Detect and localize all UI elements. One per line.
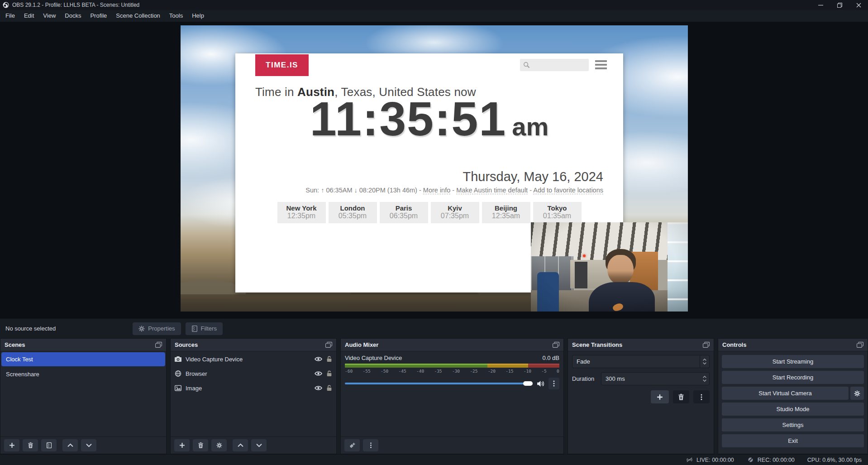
timeis-search-box [520,59,589,71]
eye-visible-icon[interactable] [315,385,322,391]
dots-vertical-icon [698,394,705,400]
duration-value: 300 ms [601,375,700,382]
scene-item-screenshare[interactable]: Screenshare [1,367,165,381]
close-button[interactable] [849,0,868,10]
chevron-down-icon [256,442,262,448]
remove-source-button[interactable] [193,439,208,451]
menu-edit[interactable]: Edit [19,10,38,22]
minimize-button[interactable] [811,0,830,10]
properties-button[interactable]: Properties [133,322,181,335]
more-info-link: More info [423,187,450,194]
preview-canvas[interactable]: TIME.IS Time in Austin, Texas, United St… [181,25,688,312]
chevron-down-icon [703,362,706,364]
menu-scene-collection[interactable]: Scene Collection [111,10,165,22]
rec-status: REC: 00:00:00 [747,457,795,463]
source-row-browser[interactable]: Browser [171,367,336,380]
transition-select-arrows[interactable] [700,355,709,368]
start-virtual-camera-button[interactable]: Start Virtual Camera [722,387,849,400]
scene-filters-button[interactable] [41,439,57,451]
lock-icon[interactable] [326,385,332,391]
plus-icon [657,394,663,400]
add-source-button[interactable] [174,439,190,451]
mixer-menu-button[interactable] [363,439,378,451]
exit-button[interactable]: Exit [722,434,864,447]
dock-float-icon [857,342,863,348]
menu-help[interactable]: Help [187,10,209,22]
city-box: London05:35pm [329,202,377,223]
advanced-audio-button[interactable] [344,439,360,451]
chevron-up-icon [67,442,73,448]
dock-float-icon [155,342,162,348]
filters-button[interactable]: Filters [186,322,223,335]
eye-visible-icon[interactable] [315,356,322,362]
add-favorite-link: Add to favorite locations [533,187,603,194]
dots-vertical-icon [368,442,374,448]
menu-tools[interactable]: Tools [165,10,187,22]
sources-panel-header[interactable]: Sources [171,339,336,351]
audio-mixer-title: Audio Mixer [345,341,553,348]
source-row-video-capture[interactable]: Video Capture Device [171,352,336,366]
eye-visible-icon[interactable] [315,370,322,377]
transition-select[interactable]: Fade [572,355,710,368]
city-box: Paris06:35pm [380,202,428,223]
remove-transition-button[interactable] [673,390,689,403]
world-cities-row: New York12:35pm London05:35pm Paris06:35… [235,202,623,223]
obs-window: OBS 29.1.2 - Profile: LLHLS BETA - Scene… [0,0,868,465]
maximize-button[interactable] [830,0,849,10]
preview-area: TIME.IS Time in Austin, Texas, United St… [0,22,868,318]
dock-float-icon [553,342,559,348]
scenes-list: Clock Test Screenshare [0,351,166,436]
dock-panels: Scenes Clock Test Screenshare Sources [0,338,868,454]
start-streaming-button[interactable]: Start Streaming [722,355,864,368]
mixer-channel-menu-button[interactable] [548,378,559,389]
source-properties-button[interactable] [211,439,227,451]
scenes-panel-header[interactable]: Scenes [0,339,166,351]
sources-panel: Sources Video Capture Device Browser [170,338,337,454]
source-row-image[interactable]: Image [171,381,336,395]
transition-properties-button[interactable] [693,390,710,403]
volume-slider[interactable] [345,383,533,384]
search-icon [523,62,530,68]
scene-item-clock-test[interactable]: Clock Test [1,352,165,366]
lock-icon[interactable] [326,370,332,377]
volume-slider-handle[interactable] [523,381,533,386]
controls-body: Start Streaming Start Recording Start Vi… [718,351,868,454]
clock-time: 11:35:51 [310,92,506,145]
menu-bar: File Edit View Docks Profile Scene Colle… [0,10,868,22]
sources-list: Video Capture Device Browser Image [171,351,336,436]
scene-up-button[interactable] [62,439,78,451]
chevron-up-icon [238,442,243,448]
menu-file[interactable]: File [1,10,19,22]
source-up-button[interactable] [233,439,248,451]
menu-view[interactable]: View [38,10,60,22]
image-icon [175,385,181,391]
chevron-down-icon [86,442,92,448]
settings-button[interactable]: Settings [722,418,864,431]
duration-spin-arrows[interactable] [700,373,709,385]
live-status: LIVE: 00:00:00 [686,457,734,463]
webcam-source-overlay[interactable] [531,222,688,312]
menu-docks[interactable]: Docks [60,10,86,22]
remove-scene-button[interactable] [23,439,38,451]
menu-profile[interactable]: Profile [86,10,111,22]
start-recording-button[interactable]: Start Recording [722,371,864,384]
studio-mode-button[interactable]: Studio Mode [722,403,864,416]
dots-vertical-icon [553,380,555,387]
add-transition-button[interactable] [651,390,669,403]
speaker-icon[interactable] [537,380,544,387]
virtual-camera-settings-button[interactable] [850,387,864,400]
source-down-button[interactable] [251,439,267,451]
broadcast-off-icon [686,457,693,463]
controls-panel-header[interactable]: Controls [718,339,868,351]
source-status-text: No source selected [5,325,56,332]
clock-display: 11:35:51 am [235,92,623,145]
duration-spinbox[interactable]: 300 ms [601,372,710,385]
gear-icon [216,442,222,448]
scene-down-button[interactable] [81,439,96,451]
record-off-icon [747,457,754,463]
transitions-panel-header[interactable]: Scene Transitions [568,339,714,351]
add-scene-button[interactable] [4,439,19,451]
audio-mixer-panel-header[interactable]: Audio Mixer [341,339,563,351]
scenes-toolbar [0,436,166,454]
lock-icon[interactable] [326,356,332,362]
